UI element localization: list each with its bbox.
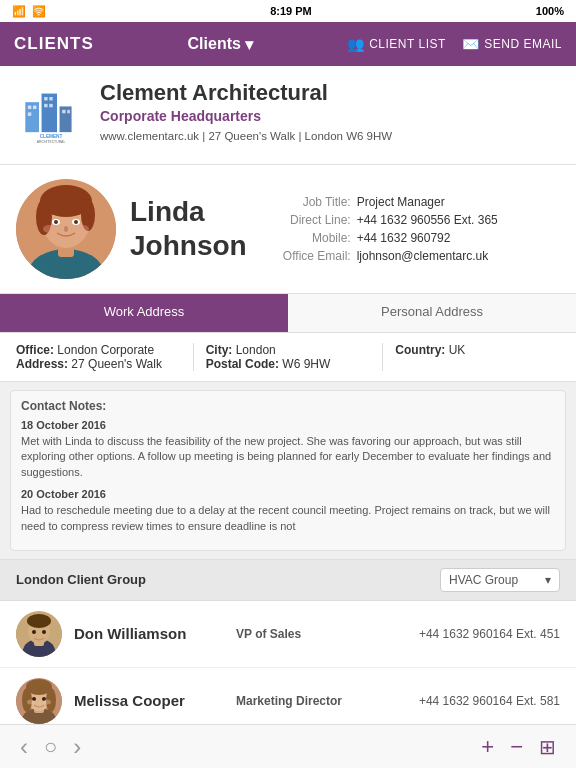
bottom-nav: ‹ ○ › — [20, 733, 81, 761]
company-subtitle: Corporate Headquarters — [100, 108, 392, 124]
job-title-row: Job Title: Project Manager — [271, 195, 560, 209]
status-bar: 📶 🛜 8:19 PM 100% — [0, 0, 576, 22]
client-list-icon: 👥 — [347, 36, 365, 52]
svg-point-24 — [74, 220, 78, 224]
notes-label: Contact Notes: — [21, 399, 555, 413]
job-title-label: Job Title: — [271, 195, 351, 209]
send-email-button[interactable]: ✉️ SEND EMAIL — [462, 36, 562, 52]
bottom-actions: + − ⊞ — [481, 734, 556, 760]
tab-work-address[interactable]: Work Address — [0, 294, 288, 332]
nav-left-title: CLIENTS — [14, 34, 94, 54]
forward-button[interactable]: › — [73, 733, 81, 761]
city-label: City: — [206, 343, 233, 357]
city-field: City: London Postal Code: W6 9HW — [206, 343, 371, 371]
note-date-1: 18 October 2016 — [21, 419, 555, 431]
client-group-select-value: HVAC Group — [449, 573, 518, 587]
svg-rect-11 — [67, 110, 70, 113]
svg-rect-8 — [44, 104, 47, 107]
nav-actions: 👥 CLIENT LIST ✉️ SEND EMAIL — [347, 36, 562, 52]
svg-rect-10 — [62, 110, 65, 113]
svg-rect-9 — [49, 104, 52, 107]
status-left: 📶 🛜 — [12, 5, 46, 18]
company-info: Clement Architectural Corporate Headquar… — [100, 80, 392, 142]
add-button[interactable]: + — [481, 734, 494, 760]
avatar-don — [16, 611, 62, 657]
svg-text:CLEMENT: CLEMENT — [40, 134, 63, 139]
contact-title-melissa: Marketing Director — [236, 694, 407, 708]
address-label: Address: — [16, 357, 68, 371]
contact-name-melissa: Melissa Cooper — [74, 692, 224, 709]
svg-point-45 — [43, 699, 51, 704]
linda-avatar-circle — [16, 179, 116, 279]
svg-point-25 — [43, 225, 55, 233]
mobile-row: Mobile: +44 1632 960792 — [271, 231, 560, 245]
grid-button[interactable]: ⊞ — [539, 735, 556, 759]
svg-point-23 — [54, 220, 58, 224]
address-fields: Office: London Corporate Address: 27 Que… — [0, 333, 576, 382]
note-entry-2: 20 October 2016 Had to reschedule meetin… — [21, 488, 555, 534]
client-group-dropdown-icon: ▾ — [545, 573, 551, 587]
direct-line-label: Direct Line: — [271, 213, 351, 227]
home-button[interactable]: ○ — [44, 734, 57, 760]
client-group-title: London Client Group — [16, 572, 146, 587]
company-logo: CLEMENT ARCHITECTURAL — [16, 80, 86, 150]
note-text-1: Met with Linda to discuss the feasibilit… — [21, 434, 555, 480]
svg-text:ARCHITECTURAL: ARCHITECTURAL — [37, 140, 66, 144]
contact-first-name: Linda — [130, 195, 247, 229]
signal-icon: 📶 — [12, 5, 26, 18]
client-group-select[interactable]: HVAC Group ▾ — [440, 568, 560, 592]
svg-point-27 — [64, 226, 68, 232]
svg-rect-6 — [44, 97, 47, 100]
address-value: 27 Queen's Walk — [71, 357, 162, 371]
mobile-label: Mobile: — [271, 231, 351, 245]
status-time: 8:19 PM — [270, 5, 312, 17]
divider-2 — [382, 343, 383, 371]
contact-details: Job Title: Project Manager Direct Line: … — [271, 179, 560, 279]
client-group-header: London Client Group HVAC Group ▾ — [0, 559, 576, 601]
bottom-bar: ‹ ○ › + − ⊞ — [0, 724, 576, 768]
tab-personal-address[interactable]: Personal Address — [288, 294, 576, 332]
remove-button[interactable]: − — [510, 734, 523, 760]
postal-value: W6 9HW — [282, 357, 330, 371]
notes-section: Contact Notes: 18 October 2016 Met with … — [10, 390, 566, 551]
send-email-label: SEND EMAIL — [484, 37, 562, 51]
svg-rect-5 — [28, 112, 31, 115]
job-title-value: Project Manager — [357, 195, 445, 209]
office-label: Office: — [16, 343, 54, 357]
contact-phone-melissa: +44 1632 960164 Ext. 581 — [419, 694, 560, 708]
contact-last-name: Johnson — [130, 229, 247, 263]
svg-point-34 — [42, 630, 46, 634]
company-address: www.clementarc.uk | 27 Queen's Walk | Lo… — [100, 130, 392, 142]
mobile-value: +44 1632 960792 — [357, 231, 451, 245]
note-entry-1: 18 October 2016 Met with Linda to discus… — [21, 419, 555, 480]
svg-rect-7 — [49, 97, 52, 100]
nav-center-title[interactable]: Clients ▾ — [188, 35, 253, 54]
svg-point-33 — [32, 630, 36, 634]
company-name: Clement Architectural — [100, 80, 392, 106]
svg-point-32 — [27, 614, 51, 628]
office-value: London Corporate — [57, 343, 154, 357]
email-value: ljohnson@clementarc.uk — [357, 249, 489, 263]
nav-dropdown-icon: ▾ — [245, 35, 253, 54]
direct-line-row: Direct Line: +44 1632 960556 Ext. 365 — [271, 213, 560, 227]
list-item[interactable]: Don Williamson VP of Sales +44 1632 9601… — [0, 601, 576, 668]
country-field: Country: UK — [395, 343, 560, 371]
email-row: Office Email: ljohnson@clementarc.uk — [271, 249, 560, 263]
nav-title-text: Clients — [188, 35, 241, 53]
country-value: UK — [449, 343, 466, 357]
note-text-2: Had to reschedule meeting due to a delay… — [21, 503, 555, 534]
svg-point-26 — [77, 225, 89, 233]
client-list-button[interactable]: 👥 CLIENT LIST — [347, 36, 446, 52]
contact-phone-don: +44 1632 960164 Ext. 451 — [419, 627, 560, 641]
address-tabs: Work Address Personal Address — [0, 294, 576, 333]
avatar-melissa — [16, 678, 62, 724]
contact-avatar — [16, 179, 116, 279]
nav-bar: CLIENTS Clients ▾ 👥 CLIENT LIST ✉️ SEND … — [0, 22, 576, 66]
svg-rect-3 — [28, 106, 31, 109]
svg-rect-4 — [33, 106, 36, 109]
office-field: Office: London Corporate Address: 27 Que… — [16, 343, 181, 371]
country-label: Country: — [395, 343, 445, 357]
back-button[interactable]: ‹ — [20, 733, 28, 761]
company-card: CLEMENT ARCHITECTURAL Clement Architectu… — [0, 66, 576, 165]
direct-line-value: +44 1632 960556 Ext. 365 — [357, 213, 498, 227]
